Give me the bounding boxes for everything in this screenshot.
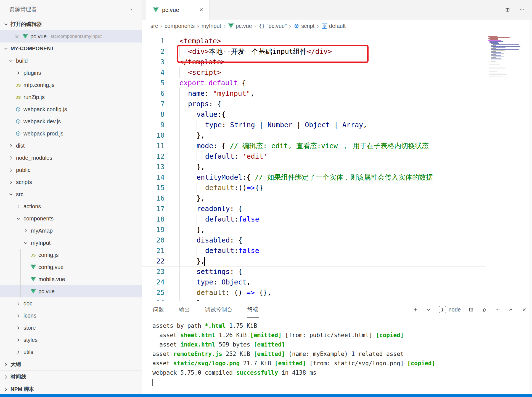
more-actions-icon[interactable] bbox=[494, 307, 501, 313]
tree-item-icons[interactable]: icons bbox=[0, 310, 142, 322]
tree-item-styles[interactable]: styles bbox=[0, 334, 142, 346]
code-line-12[interactable]: 12default: 'edit' bbox=[142, 151, 486, 162]
tree-item-node-modules[interactable]: node_modules bbox=[0, 152, 142, 164]
tree-item-actions[interactable]: actions bbox=[0, 200, 142, 212]
tree-item-config-js[interactable]: JSconfig.js bbox=[0, 249, 142, 261]
tree-item-store[interactable]: store bbox=[0, 322, 142, 334]
tree-item-label: public bbox=[16, 167, 30, 173]
tree-item-utils[interactable]: utils bbox=[0, 346, 142, 358]
tree-item-label: dist bbox=[16, 143, 25, 149]
minimap-line bbox=[489, 74, 507, 74]
code-line-14[interactable]: 14entityModel:{ // 如果组件绑定了一个实体，则该属性会传入实体… bbox=[142, 172, 486, 183]
open-editors-list: pc.vuesrc\components\myInput bbox=[0, 30, 142, 42]
open-editor-item-pc.vue[interactable]: pc.vuesrc\components\myInput bbox=[0, 30, 142, 42]
kill-terminal-icon[interactable] bbox=[481, 307, 487, 313]
tree-item-src[interactable]: src bbox=[0, 188, 142, 200]
breadcrumb-item--pc-vue-[interactable]: {}"pc.vue" bbox=[259, 23, 287, 29]
panel-tab-问题[interactable]: 问题 bbox=[152, 302, 165, 317]
breadcrumb-item-pc-vue[interactable]: pc.vue bbox=[228, 23, 252, 29]
section-label: 大纲 bbox=[10, 361, 21, 368]
tree-item-webpack-config-js[interactable]: webpack.config.js bbox=[0, 103, 142, 115]
code-line-11[interactable]: 11mode: { // 编辑态: edit, 查看态:view ， 用于在子表… bbox=[142, 141, 486, 151]
code-line-10[interactable]: 10}, bbox=[142, 130, 486, 141]
code-line-17[interactable]: 17readonly: { bbox=[142, 204, 486, 214]
tree-item-mobile-vue[interactable]: mobile.vue bbox=[0, 273, 142, 285]
panel-tab-输出[interactable]: 输出 bbox=[178, 302, 190, 317]
maximize-panel-icon[interactable] bbox=[508, 307, 514, 313]
line-number: 22 bbox=[142, 256, 165, 267]
code-line-13[interactable]: 13}, bbox=[142, 162, 486, 172]
breadcrumb-label: "pc.vue" bbox=[266, 23, 287, 29]
tree-item-webpack-dev-js[interactable]: webpack.dev.js bbox=[0, 115, 142, 127]
minimap-line bbox=[493, 44, 519, 45]
close-icon[interactable] bbox=[198, 7, 204, 13]
terminal-profile-item[interactable]: ❯ node bbox=[439, 306, 461, 313]
tree-item-components[interactable]: components bbox=[0, 212, 142, 225]
tree-item-scripts[interactable]: scripts bbox=[0, 176, 142, 188]
tree-item-config-vue[interactable]: config.vue bbox=[0, 261, 142, 273]
tree-item-build[interactable]: build bbox=[0, 55, 142, 67]
code-line-24[interactable]: 24type: Object, bbox=[142, 277, 486, 287]
minimap[interactable] bbox=[486, 32, 529, 301]
code-editor[interactable]: 1<template>2<div>本地--开发一个基础input组件</div>… bbox=[142, 32, 532, 301]
minimap-line bbox=[493, 47, 505, 48]
breadcrumb-item-script[interactable]: script bbox=[293, 23, 314, 29]
code-line-6[interactable]: 6name: "myInput", bbox=[142, 88, 486, 99]
scrollbar[interactable] bbox=[529, 20, 532, 394]
code-line-20[interactable]: 20disabled: { bbox=[142, 235, 486, 246]
project-root-header[interactable]: MY-COMPONENT bbox=[0, 42, 142, 55]
minimap-line bbox=[493, 50, 505, 51]
code-line-4[interactable]: 4<script> bbox=[142, 67, 486, 78]
split-terminal-icon[interactable] bbox=[468, 307, 474, 313]
code-line-5[interactable]: 5export default { bbox=[142, 78, 486, 88]
split-editor-icon[interactable] bbox=[504, 7, 510, 13]
code-line-18[interactable]: 18default:false bbox=[142, 214, 486, 225]
more-actions-icon[interactable] bbox=[519, 7, 525, 13]
sidebar-section-时间线[interactable]: 时间线 bbox=[0, 371, 142, 383]
breadcrumb-item-default[interactable]: @default bbox=[321, 23, 346, 29]
code-line-26[interactable]: 26} bbox=[142, 298, 486, 301]
indent-guide bbox=[179, 256, 188, 267]
code-line-7[interactable]: 7props: { bbox=[142, 99, 486, 109]
code-line-15[interactable]: 15default:()=>{} bbox=[142, 183, 486, 193]
tree-item-label: icons bbox=[23, 313, 36, 319]
more-actions-icon[interactable] bbox=[128, 6, 134, 12]
sidebar-section-大纲[interactable]: 大纲 bbox=[0, 358, 142, 371]
tree-item-mfp-config-js[interactable]: JSmfp.config.js bbox=[0, 79, 142, 91]
code-line-16[interactable]: 16}, bbox=[142, 193, 486, 204]
code-line-8[interactable]: 8value:{ bbox=[142, 109, 486, 120]
breadcrumb-item-myinput[interactable]: myInput bbox=[202, 23, 221, 29]
tree-item-myinput[interactable]: myInput bbox=[0, 237, 142, 249]
tree-item-pc-vue[interactable]: pc.vue bbox=[0, 285, 142, 297]
panel-tab-终端[interactable]: 终端 bbox=[247, 302, 259, 318]
new-terminal-icon[interactable] bbox=[412, 307, 419, 313]
indent-guide bbox=[188, 287, 197, 298]
tree-item-dist[interactable]: dist bbox=[0, 140, 142, 152]
chevron-down-icon[interactable] bbox=[426, 307, 432, 313]
indent-guide bbox=[179, 277, 188, 287]
tree-item-doc[interactable]: doc bbox=[0, 297, 142, 310]
code-line-21[interactable]: 21default:false bbox=[142, 246, 486, 256]
open-editors-header[interactable]: 打开的编辑器 bbox=[0, 18, 142, 30]
code-line-9[interactable]: 9type: String | Number | Object | Array, bbox=[142, 120, 486, 130]
code-line-22[interactable]: 22}, bbox=[142, 256, 486, 267]
line-number: 1 bbox=[142, 36, 165, 46]
tree-item-label: webpack.prod.js bbox=[23, 130, 63, 137]
tab-pc-vue[interactable]: pc.vue bbox=[146, 0, 210, 20]
tree-item-runzip-js[interactable]: JSrunZip.js bbox=[0, 91, 142, 103]
code-line-19[interactable]: 19}, bbox=[142, 225, 486, 235]
tree-item-plugins[interactable]: plugins bbox=[0, 67, 142, 79]
minimap-line bbox=[489, 64, 510, 64]
tree-item-public[interactable]: public bbox=[0, 164, 142, 176]
terminal-output[interactable]: assets by path *.html 1.75 KiB asset she… bbox=[142, 318, 532, 387]
breadcrumb-item-src[interactable]: src bbox=[150, 23, 158, 29]
module-icon bbox=[293, 23, 300, 29]
close-panel-icon[interactable] bbox=[521, 307, 527, 313]
tree-item-myamap[interactable]: myAmap bbox=[0, 225, 142, 237]
breadcrumb-item-components[interactable]: components bbox=[165, 23, 195, 29]
code-line-25[interactable]: 25default: () => {}, bbox=[142, 287, 486, 298]
indent-guide bbox=[188, 193, 197, 204]
tree-item-webpack-prod-js[interactable]: webpack.prod.js bbox=[0, 127, 142, 140]
panel-tab-调试控制台[interactable]: 调试控制台 bbox=[204, 302, 233, 317]
code-line-23[interactable]: 23settings: { bbox=[142, 267, 486, 277]
